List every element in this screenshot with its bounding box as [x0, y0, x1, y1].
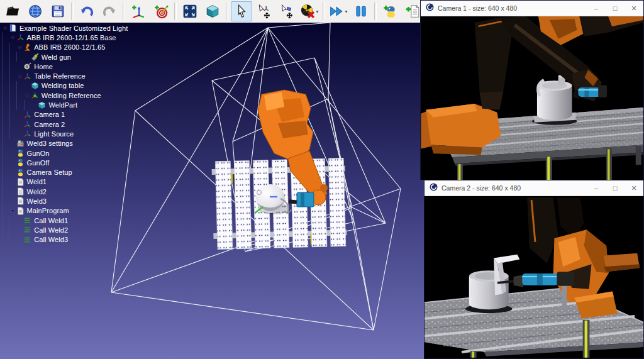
tree-guide-line [9, 71, 17, 80]
save-station-button[interactable] [47, 1, 69, 21]
camera-2-view[interactable] [425, 196, 643, 359]
station-tree: ▼Example Shader Customized Light▼ABB IRB… [2, 23, 128, 245]
fast-forward-icon [329, 4, 344, 19]
tree-item-light-source[interactable]: Light Source [2, 129, 128, 138]
add-python-program-button[interactable] [379, 1, 401, 21]
tree-item-weld1[interactable]: Weld1 [2, 177, 128, 187]
program-call-icon [23, 236, 32, 244]
tree-guide-line [9, 119, 17, 129]
object-box-icon [31, 82, 40, 90]
tree-item-weld-gun[interactable]: Weld gun [2, 52, 128, 62]
tree-guide-line [2, 119, 9, 129]
tree-item-call-weld3[interactable]: Call Weld3 [2, 235, 128, 245]
camera-1-titlebar[interactable]: Camera 1 - size: 640 x 480 – □ ✕ [421, 1, 643, 16]
tree-item-label: Welding table [42, 82, 84, 89]
collapse-arrow-icon[interactable]: ▼ [24, 93, 31, 97]
tree-item-label: ABB IRB 2600-12/1.65 Base [27, 34, 116, 41]
home-target-icon [23, 62, 32, 70]
tree-item-label: GunOn [27, 150, 50, 157]
pause-simulation-button[interactable] [350, 1, 372, 21]
maximize-icon[interactable]: □ [606, 180, 625, 196]
tree-guide-line [9, 216, 17, 225]
tree-item-abb-irb-2600-12-1-65[interactable]: ▼ABB IRB 2600-12/1.65 [2, 43, 128, 52]
python-icon [16, 158, 25, 167]
tree-item-camera-1[interactable]: Camera 1 [2, 110, 128, 119]
open-file-button[interactable] [2, 1, 23, 21]
fast-simulation-button[interactable]: ▾ [328, 1, 349, 21]
tree-item-call-weld2[interactable]: Call Weld2 [2, 225, 128, 235]
camera-2-titlebar[interactable]: Camera 2 - size: 640 x 480 – □ ✕ [425, 180, 643, 196]
tree-guide-line [16, 52, 24, 62]
robodk-logo-icon [426, 3, 434, 14]
select-button[interactable] [231, 1, 252, 21]
dropdown-caret-icon[interactable]: ▾ [316, 9, 318, 14]
isometric-view-button[interactable] [202, 1, 223, 21]
open-online-library-button[interactable] [25, 1, 46, 21]
dropdown-caret-icon[interactable]: ▾ [345, 9, 347, 14]
add-target-icon [153, 4, 169, 19]
python-icon [16, 149, 25, 157]
tree-item-label: Light Source [34, 130, 74, 138]
undo-button[interactable] [76, 1, 97, 21]
tree-item-home[interactable]: Home [2, 62, 128, 71]
tree-item-abb-irb-2600-12-1-65-base[interactable]: ▼ABB IRB 2600-12/1.65 Base [2, 33, 128, 42]
tree-item-label: Weld gun [42, 53, 71, 61]
machining-icon [16, 140, 25, 148]
minimize-icon[interactable]: – [587, 1, 606, 16]
add-target-button[interactable] [150, 1, 172, 21]
tree-item-weldpart[interactable]: WeldPart [2, 100, 128, 109]
collapse-arrow-icon[interactable]: ▼ [16, 74, 23, 79]
camera-2-window[interactable]: Camera 2 - size: 640 x 480 – □ ✕ [424, 180, 644, 359]
tree-item-example-shader-customized-light[interactable]: ▼Example Shader Customized Light [2, 23, 128, 33]
redo-button[interactable] [99, 1, 120, 21]
program-icon [16, 187, 25, 196]
collapse-arrow-icon[interactable]: ▼ [9, 209, 16, 213]
check-collisions-button[interactable]: ▾ [299, 1, 320, 21]
camera-1-window[interactable]: Camera 1 - size: 640 x 480 – □ ✕ [420, 0, 644, 180]
tree-item-label: Camera Setup [27, 168, 72, 176]
tree-item-gunon[interactable]: GunOn [2, 148, 128, 158]
tree-guide-line [2, 110, 9, 119]
move-tool-button[interactable] [276, 1, 297, 21]
tree-item-label: Call Weld2 [34, 226, 68, 234]
frame-icon [23, 130, 32, 138]
add-reference-frame-button[interactable] [128, 1, 149, 21]
tree-item-label: ABB IRB 2600-12/1.65 [34, 43, 105, 51]
camera-1-view[interactable] [421, 16, 643, 180]
tree-item-weld3[interactable]: Weld3 [2, 196, 128, 206]
close-icon[interactable]: ✕ [625, 1, 643, 16]
tree-guide-line [2, 196, 9, 206]
tree-item-label: GunOff [27, 159, 50, 167]
tree-item-table-reference[interactable]: ▼Table Reference [2, 71, 128, 80]
tree-item-weld3-settings[interactable]: Weld3 settings [2, 139, 128, 148]
program-add-icon [405, 4, 420, 19]
close-icon[interactable]: ✕ [625, 180, 643, 196]
toolbar-separator [226, 3, 228, 20]
tree-item-weld2[interactable]: Weld2 [2, 187, 128, 196]
tree-item-mainprogram[interactable]: ▼MainProgram [2, 206, 128, 216]
tree-guide-line [2, 43, 9, 52]
tree-item-welding-table[interactable]: Welding table [2, 81, 128, 91]
minimize-icon[interactable]: – [587, 180, 606, 196]
maximize-icon[interactable]: □ [606, 1, 625, 16]
frame-icon [23, 72, 32, 80]
tree-item-camera-setup[interactable]: Camera Setup [2, 167, 128, 177]
collapse-arrow-icon[interactable]: ▼ [9, 35, 16, 40]
tree-item-gunoff[interactable]: GunOff [2, 158, 128, 167]
collapse-arrow-icon[interactable]: ▼ [2, 26, 9, 30]
station-icon [9, 24, 18, 32]
tree-item-label: Home [34, 63, 53, 70]
toolbar-separator [174, 3, 177, 20]
collapse-arrow-icon[interactable]: ▼ [16, 45, 23, 50]
tree-guide-line [9, 43, 17, 52]
robodk-app: ▾▾ ▼Example Shader Customized Light▼ABB … [0, 0, 644, 359]
tree-item-welding-reference[interactable]: ▼Welding Reference [2, 91, 128, 100]
program-icon [16, 178, 25, 186]
fit-all-button[interactable] [179, 1, 201, 21]
tree-item-label: Weld1 [27, 178, 47, 185]
tree-item-call-weld1[interactable]: Call Weld1 [2, 216, 128, 225]
tree-guide-line [2, 139, 9, 148]
tree-guide-line [2, 129, 9, 138]
tree-item-camera-2[interactable]: Camera 2 [2, 119, 128, 129]
move-reference-button[interactable] [253, 1, 275, 21]
